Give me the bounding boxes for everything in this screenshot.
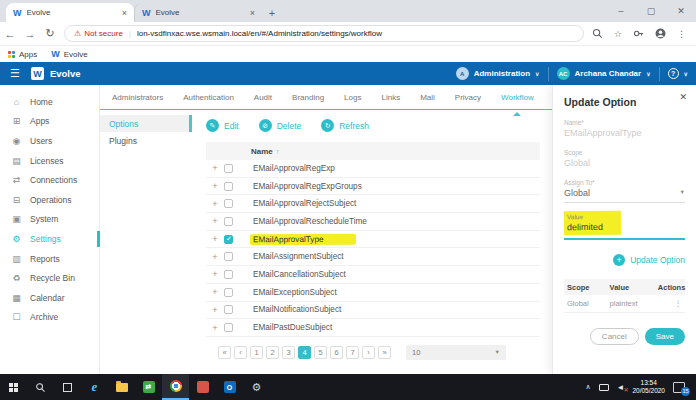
- sort-ascending-icon[interactable]: ↑: [276, 148, 280, 155]
- taskbar-search-button[interactable]: [27, 374, 54, 400]
- tab-privacy[interactable]: Privacy: [445, 93, 491, 102]
- file-explorer-button[interactable]: [108, 374, 135, 400]
- delete-button[interactable]: ⊘Delete: [259, 119, 302, 132]
- name-column-header[interactable]: Name: [251, 147, 273, 156]
- bookmark-apps[interactable]: Apps: [8, 50, 37, 59]
- row-name[interactable]: EMailApprovalRejectSubject: [250, 198, 359, 209]
- row-name[interactable]: EMailPastDueSubject: [250, 322, 335, 333]
- tab-close-icon[interactable]: ×: [122, 8, 127, 18]
- row-name[interactable]: EMailApprovalType: [250, 233, 356, 245]
- sidebar-item-operations[interactable]: ⊟Operations: [0, 190, 99, 210]
- sidebar-item-system[interactable]: ▣System: [0, 210, 99, 230]
- sidebar-item-apps[interactable]: ⊞Apps: [0, 112, 99, 132]
- table-row[interactable]: +EMailAssignmentSubject: [206, 248, 540, 266]
- back-icon[interactable]: ←: [0, 28, 20, 40]
- table-row[interactable]: +EMailExceptionSubject: [206, 284, 540, 302]
- last-page-button[interactable]: »: [378, 346, 391, 359]
- row-checkbox[interactable]: [224, 270, 233, 279]
- bookmark-evolve[interactable]: W Evolve: [51, 49, 88, 59]
- hamburger-menu-icon[interactable]: ☰: [10, 67, 20, 80]
- page-button-1[interactable]: 1: [250, 346, 263, 359]
- remote-app-button[interactable]: ⇄: [135, 374, 162, 400]
- table-row[interactable]: +EMailApprovalRescheduleTime: [206, 213, 540, 231]
- sidebar-item-home[interactable]: ⌂Home: [0, 92, 99, 112]
- expand-icon[interactable]: +: [206, 252, 224, 262]
- help-menu[interactable]: ? ∨: [668, 68, 688, 79]
- hidden-icons-caret[interactable]: ∧: [585, 383, 590, 391]
- add-update-option-button[interactable]: + Update Option: [564, 254, 685, 266]
- key-icon[interactable]: [633, 28, 644, 39]
- expand-icon[interactable]: +: [206, 199, 224, 209]
- page-button-6[interactable]: 6: [330, 346, 343, 359]
- sidebar-item-licenses[interactable]: ▤Licenses: [0, 151, 99, 171]
- expand-icon[interactable]: +: [206, 216, 224, 226]
- row-checkbox[interactable]: [224, 323, 233, 332]
- tab-workflow[interactable]: Workflow: [491, 93, 544, 102]
- start-button[interactable]: [0, 374, 27, 400]
- row-checkbox[interactable]: [224, 199, 233, 208]
- table-row[interactable]: +EMailApprovalRegExp: [206, 160, 540, 178]
- chrome-button[interactable]: [162, 374, 189, 400]
- table-header[interactable]: Name ↑: [206, 142, 540, 160]
- tab-mail[interactable]: Mail: [410, 93, 445, 102]
- expand-icon[interactable]: +: [206, 234, 224, 244]
- close-button[interactable]: ✕: [666, 0, 696, 22]
- row-name[interactable]: EMailExceptionSubject: [250, 287, 340, 298]
- next-page-button[interactable]: ›: [362, 346, 375, 359]
- row-name[interactable]: EMailNotificationSubject: [250, 304, 344, 315]
- user-menu[interactable]: AC Archana Chandar ∨: [557, 67, 651, 80]
- url-input[interactable]: ⚠ Not secure | lon-vsdfinxac.wse.wsmain.…: [64, 25, 584, 42]
- expand-icon[interactable]: +: [206, 287, 224, 297]
- row-checkbox[interactable]: [224, 252, 233, 261]
- tab-authentication[interactable]: Authentication: [173, 93, 244, 102]
- taskbar-clock[interactable]: 13:54 20/05/2020: [632, 379, 665, 396]
- tab-close-icon[interactable]: ×: [250, 8, 255, 18]
- not-secure-label[interactable]: Not secure: [84, 29, 123, 38]
- sidebar-item-users[interactable]: ◉Users: [0, 131, 99, 151]
- refresh-button[interactable]: ↻Refresh: [321, 119, 369, 132]
- minimize-button[interactable]: –: [606, 0, 636, 22]
- reload-icon[interactable]: ↻: [40, 27, 60, 40]
- browser-tab-1[interactable]: W Evolve ×: [6, 3, 134, 22]
- row-name[interactable]: EMailCancellationSubject: [250, 269, 349, 280]
- sidebar-item-archive[interactable]: ☐Archive: [0, 308, 99, 328]
- row-checkbox[interactable]: [224, 182, 233, 191]
- table-row[interactable]: +EMailPastDueSubject: [206, 319, 540, 337]
- network-icon[interactable]: [599, 384, 609, 391]
- internet-explorer-button[interactable]: e: [81, 374, 108, 400]
- row-checkbox[interactable]: [224, 217, 233, 226]
- table-row[interactable]: +EMailNotificationSubject: [206, 302, 540, 320]
- table-row[interactable]: +EMailApprovalRejectSubject: [206, 195, 540, 213]
- row-checkbox[interactable]: [224, 305, 233, 314]
- notification-center-icon[interactable]: 15: [673, 382, 685, 393]
- row-checkbox[interactable]: [224, 164, 233, 173]
- expand-icon[interactable]: +: [206, 181, 224, 191]
- row-name[interactable]: EMailApprovalRescheduleTime: [250, 216, 370, 227]
- new-tab-button[interactable]: +: [262, 7, 282, 22]
- tab-links[interactable]: Links: [371, 93, 410, 102]
- page-button-3[interactable]: 3: [282, 346, 295, 359]
- table-row[interactable]: +EMailCancellationSubject: [206, 266, 540, 284]
- bookmark-star-icon[interactable]: ☆: [614, 29, 622, 39]
- administration-menu[interactable]: A Administration ∨: [456, 67, 540, 80]
- sidebar-item-calendar[interactable]: ▦Calendar: [0, 288, 99, 308]
- tab-audit[interactable]: Audit: [244, 93, 282, 102]
- expand-icon[interactable]: +: [206, 323, 224, 333]
- url-text[interactable]: lon-vsdfinxac.wse.wsmain.local/en/#/Admi…: [137, 29, 382, 38]
- page-button-5[interactable]: 5: [314, 346, 327, 359]
- maximize-button[interactable]: ▢: [636, 0, 666, 22]
- browser-tab-2[interactable]: W Evolve ×: [134, 3, 262, 22]
- panel-close-icon[interactable]: ✕: [679, 92, 687, 102]
- sidebar-item-settings[interactable]: ⚙Settings: [0, 229, 99, 249]
- volume-muted-icon[interactable]: ◄✕: [617, 383, 625, 392]
- search-icon[interactable]: [592, 28, 603, 39]
- save-button[interactable]: Save: [645, 328, 685, 345]
- row-name[interactable]: EMailAssignmentSubject: [250, 251, 347, 262]
- table-row[interactable]: +EMailApprovalRegExpGroups: [206, 178, 540, 196]
- row-checkbox[interactable]: [224, 288, 233, 297]
- row-actions-menu-icon[interactable]: ⋮: [658, 299, 682, 308]
- prev-page-button[interactable]: ‹: [234, 346, 247, 359]
- browser-menu-icon[interactable]: ⋮: [677, 29, 686, 39]
- task-view-button[interactable]: [54, 374, 81, 400]
- cancel-button[interactable]: Cancel: [590, 328, 639, 345]
